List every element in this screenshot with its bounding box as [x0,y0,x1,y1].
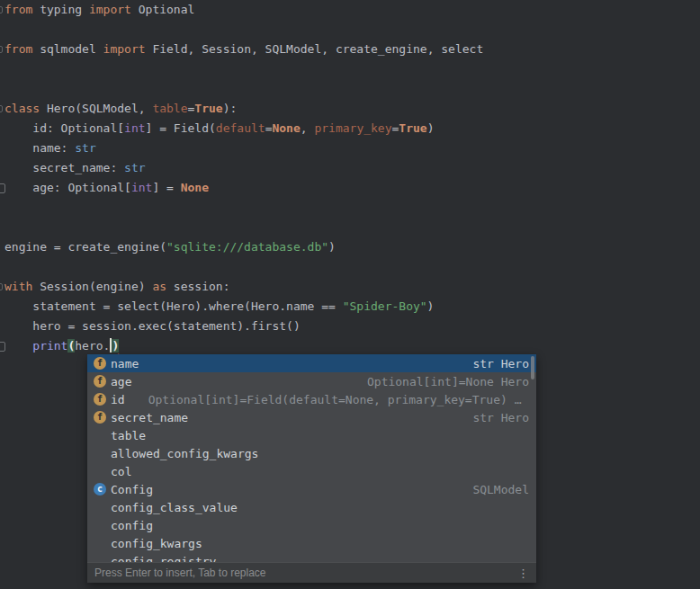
code-editor-window: from typing import Optionalfrom sqlmodel… [0,0,700,589]
icon-spacer [94,447,106,460]
code-token: engine = create_engine( [4,240,166,254]
completion-item-type-hint: str Hero [472,357,529,370]
completion-item-type-hint: str Hero [472,411,529,424]
code-line-13: engine = create_engine("sqlite:///databa… [0,237,700,257]
completion-item-col[interactable]: col [87,462,536,480]
code-line-16: statement = select(Hero).where(Hero.name… [0,297,700,317]
gutter-icon[interactable] [0,183,5,193]
completion-item-Config[interactable]: cConfigSQLModel [87,480,536,498]
icon-spacer [94,555,106,562]
code-token: int [124,121,145,135]
completion-item-id[interactable]: fidOptional[int]=Field(default=None, pri… [87,390,536,408]
completion-item-config[interactable]: config [87,516,536,534]
completion-item-label: secret_name [111,411,188,424]
code-token: hero = session.exec(statement).first() [4,319,301,333]
gutter-icon[interactable] [0,46,3,53]
code-token: name: [4,141,75,155]
class-icon: c [94,483,106,495]
code-line-6: class Hero(SQLModel, table=True): [0,99,700,119]
code-line-2 [0,20,700,40]
completion-item-config_registry[interactable]: config_registry [87,552,536,562]
code-line-15: with Session(engine) as session: [0,277,700,297]
code-token: typing [32,3,89,16]
completion-item-name[interactable]: fnamestr Hero [87,354,536,372]
icon-spacer [94,501,106,513]
completion-item-label: id [111,393,125,406]
kebab-vertical-icon[interactable]: ⋮ [517,567,529,579]
code-token: ): [223,102,238,115]
code-line-17: hero = session.exec(statement).first() [0,317,700,336]
completion-list: fnamestr HerofageOptional[int]=None Hero… [87,354,536,562]
code-token: True [399,121,426,135]
code-token: import [89,3,131,16]
code-token: with [4,280,32,293]
code-line-1: from typing import Optional [0,0,700,20]
gutter-icon[interactable] [0,6,3,13]
code-token: Session(engine) [32,280,152,293]
completion-item-age[interactable]: fageOptional[int]=None Hero [87,372,536,390]
gutter-icon[interactable] [0,283,3,290]
code-token: True [194,102,222,115]
gutter-icon[interactable] [0,105,3,112]
completion-item-label: allowed_config_kwargs [111,447,258,460]
code-line-14 [0,257,700,277]
completion-item-table[interactable]: table [87,426,536,444]
completion-item-config_kwargs[interactable]: config_kwargs [87,534,536,552]
code-token: str [124,161,145,174]
completion-item-label: table [111,429,146,442]
code-line-8: name: str [0,138,700,158]
code-token [4,339,32,353]
icon-spacer [94,465,106,477]
completion-item-type-hint: Optional[int]=Field(default=None, primar… [148,393,529,406]
code-token: Hero(SQLModel, [40,102,152,115]
code-token: ] = [152,181,180,194]
code-token: id: Optional[ [4,121,124,135]
completion-item-label: config_kwargs [111,537,202,550]
code-token: from [4,3,32,16]
code-token: ) [427,121,435,135]
completion-item-label: Config [111,483,153,496]
code-token: default [216,121,265,135]
completion-item-config_class_value[interactable]: config_class_value [87,498,536,516]
completion-footer: Press Enter to insert, Tab to replace ⋮ [87,562,536,583]
icon-spacer [94,519,106,531]
code-token: secret_name: [4,161,124,174]
code-token: session: [166,280,229,293]
icon-spacer [94,537,106,549]
code-token: print [32,339,67,353]
code-line-18: print(hero.) [0,336,700,356]
completion-footer-hint: Press Enter to insert, Tab to replace [94,567,266,579]
code-token: Field, Session, SQLModel, create_engine,… [146,42,484,56]
field-icon: f [94,411,106,424]
completion-item-label: config [111,519,153,532]
icon-spacer [94,429,106,442]
code-token: ] = Field( [146,121,216,135]
field-icon: f [94,393,106,406]
code-token: table [152,102,187,115]
completion-item-allowed_config_kwargs[interactable]: allowed_config_kwargs [87,444,536,462]
code-token: int [131,181,152,194]
gutter-icon[interactable] [0,342,5,352]
code-line-10: age: Optional[int] = None [0,178,700,198]
code-token: ) [112,339,119,353]
code-token: hero. [75,339,110,353]
completion-item-secret_name[interactable]: fsecret_namestr Hero [87,408,536,426]
code-token: , [301,121,315,135]
code-token: "Spider-Boy" [343,299,427,313]
code-token: from [4,42,32,56]
code-token: "sqlite:///database.db" [166,240,328,254]
code-token: ) [328,240,336,254]
code-line-7: id: Optional[int] = Field(default=None, … [0,119,700,138]
completion-item-label: config_class_value [111,501,238,514]
code-line-5 [0,79,700,99]
code-token: statement = select(Hero).where(Hero.name… [4,299,343,313]
code-token: Optional [131,3,194,16]
popup-scrollbar[interactable] [531,356,534,379]
field-icon: f [94,375,106,388]
completion-item-label: name [111,357,139,370]
code-line-3: from sqlmodel import Field, Session, SQL… [0,40,700,59]
code-token: None [272,121,300,135]
code-token: as [152,280,166,293]
code-token: import [103,42,146,56]
code-line-11 [0,198,700,218]
